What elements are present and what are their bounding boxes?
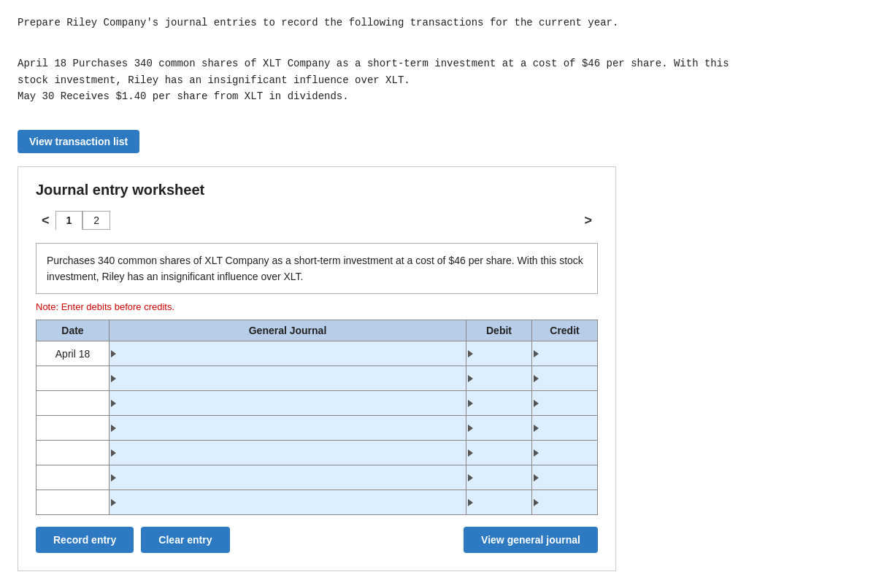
date-cell-6 (36, 465, 110, 490)
credit-input-6[interactable] (542, 469, 597, 487)
triangle-icon-2 (111, 375, 116, 382)
credit-input-4[interactable] (542, 419, 597, 437)
triangle-icon-debit-2 (468, 375, 473, 382)
journal-input-4[interactable] (120, 419, 466, 437)
intro-line1: Prepare Riley Company's journal entries … (18, 15, 858, 31)
date-cell-4 (36, 416, 110, 441)
intro-line4: May 30 Receives $1.40 per share from XLT… (18, 88, 858, 104)
triangle-icon-debit-4 (468, 425, 473, 432)
debit-cell-1[interactable] (466, 341, 532, 366)
triangle-icon-debit-3 (468, 400, 473, 407)
debit-input-3[interactable] (477, 395, 531, 412)
credit-cell-3[interactable] (532, 391, 598, 416)
worksheet-title: Journal entry worksheet (36, 182, 598, 198)
journal-input-7[interactable] (120, 494, 466, 511)
date-cell-7 (36, 490, 110, 515)
journal-cell-5[interactable] (110, 441, 466, 465)
nav-left-arrow[interactable]: < (36, 210, 55, 231)
table-row (36, 465, 598, 490)
credit-cell-2[interactable] (532, 366, 598, 391)
credit-input-2[interactable] (542, 370, 597, 387)
journal-cell-7[interactable] (110, 490, 466, 515)
credit-cell-7[interactable] (532, 490, 598, 515)
table-row (36, 490, 598, 515)
journal-input-5[interactable] (120, 444, 466, 462)
tab-2[interactable]: 2 (82, 211, 110, 230)
triangle-icon-debit-1 (468, 350, 473, 357)
journal-input-1[interactable] (120, 345, 466, 363)
triangle-icon-credit-5 (534, 449, 539, 457)
table-row (36, 366, 598, 391)
date-cell-2 (36, 366, 110, 391)
triangle-icon-credit-4 (534, 425, 539, 432)
triangle-icon-6 (111, 474, 116, 481)
journal-entry-worksheet: Journal entry worksheet < 1 2 > Purchase… (18, 166, 616, 572)
triangle-icon-7 (111, 499, 116, 506)
debit-cell-5[interactable] (466, 441, 532, 465)
view-transaction-list-button[interactable]: View transaction list (18, 130, 139, 153)
record-entry-button[interactable]: Record entry (36, 527, 134, 553)
credit-cell-4[interactable] (532, 416, 598, 441)
triangle-icon-credit-1 (534, 350, 539, 357)
credit-input-5[interactable] (542, 444, 597, 462)
debit-cell-6[interactable] (466, 465, 532, 490)
credit-input-7[interactable] (542, 494, 597, 511)
journal-cell-1[interactable] (110, 341, 466, 366)
table-row (36, 391, 598, 416)
table-row (36, 416, 598, 441)
credit-cell-5[interactable] (532, 441, 598, 465)
header-debit: Debit (466, 320, 532, 341)
note-text: Note: Enter debits before credits. (36, 301, 598, 312)
table-row (36, 441, 598, 465)
debit-input-5[interactable] (477, 444, 531, 462)
journal-input-2[interactable] (120, 370, 466, 387)
triangle-icon-1 (111, 350, 116, 357)
debit-input-1[interactable] (477, 345, 531, 363)
debit-cell-3[interactable] (466, 391, 532, 416)
view-general-journal-button[interactable]: View general journal (464, 527, 598, 553)
debit-input-6[interactable] (477, 469, 531, 487)
triangle-icon-credit-7 (534, 499, 539, 506)
journal-cell-2[interactable] (110, 366, 466, 391)
triangle-icon-credit-3 (534, 400, 539, 407)
date-cell-1: April 18 (36, 341, 110, 366)
header-credit: Credit (532, 320, 598, 341)
tab-navigation: < 1 2 > (36, 210, 598, 231)
triangle-icon-debit-6 (468, 474, 473, 481)
journal-input-3[interactable] (120, 395, 466, 412)
debit-cell-4[interactable] (466, 416, 532, 441)
journal-input-6[interactable] (120, 469, 466, 487)
date-cell-5 (36, 441, 110, 465)
intro-transactions: April 18 Purchases 340 common shares of … (18, 55, 858, 104)
header-general-journal: General Journal (110, 320, 466, 341)
clear-entry-button[interactable]: Clear entry (141, 527, 229, 553)
journal-cell-6[interactable] (110, 465, 466, 490)
tab-1[interactable]: 1 (55, 211, 83, 231)
triangle-icon-credit-6 (534, 474, 539, 481)
debit-cell-2[interactable] (466, 366, 532, 391)
journal-cell-4[interactable] (110, 416, 466, 441)
journal-table: Date General Journal Debit Credit April … (36, 320, 598, 515)
credit-cell-6[interactable] (532, 465, 598, 490)
triangle-icon-debit-7 (468, 499, 473, 506)
debit-cell-7[interactable] (466, 490, 532, 515)
triangle-icon-4 (111, 425, 116, 432)
date-cell-3 (36, 391, 110, 416)
intro-line2: April 18 Purchases 340 common shares of … (18, 55, 858, 71)
nav-right-arrow[interactable]: > (578, 210, 598, 231)
transaction-description: Purchases 340 common shares of XLT Compa… (36, 243, 598, 295)
journal-cell-3[interactable] (110, 391, 466, 416)
debit-input-4[interactable] (477, 419, 531, 437)
button-row: Record entry Clear entry View general jo… (36, 527, 598, 553)
credit-input-1[interactable] (542, 345, 597, 363)
intro-line3: stock investment, Riley has an insignifi… (18, 72, 858, 88)
table-row: April 18 (36, 341, 598, 366)
triangle-icon-5 (111, 449, 116, 457)
credit-cell-1[interactable] (532, 341, 598, 366)
header-date: Date (36, 320, 110, 341)
triangle-icon-credit-2 (534, 375, 539, 382)
debit-input-7[interactable] (477, 494, 531, 511)
credit-input-3[interactable] (542, 395, 597, 412)
triangle-icon-3 (111, 400, 116, 407)
debit-input-2[interactable] (477, 370, 531, 387)
